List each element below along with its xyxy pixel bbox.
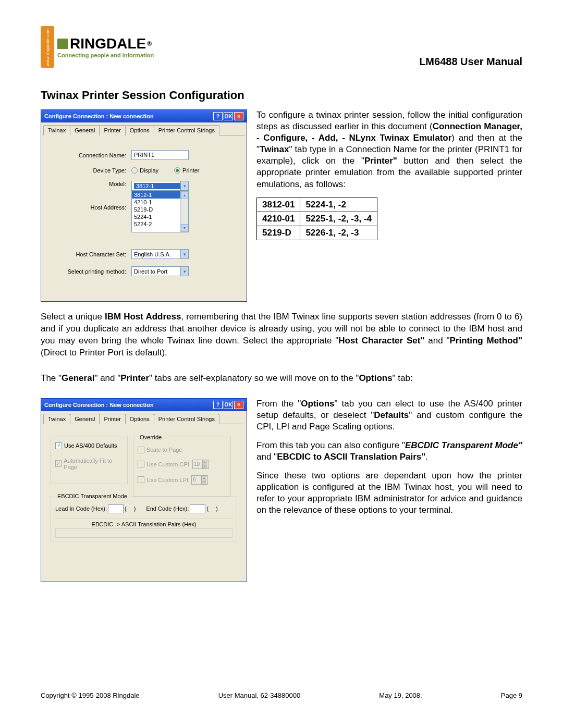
dialog-twinax: Configure Connection : New connection ? …	[41, 109, 247, 302]
print-method-select[interactable]: Direct to Port▾	[131, 266, 189, 276]
translation-pairs-area[interactable]	[55, 528, 232, 538]
tab-strip: Twinax General Printer Options Printer C…	[43, 413, 244, 424]
ok-button[interactable]: OK	[224, 112, 233, 120]
checkbox-autofit[interactable]: ✓Automatically Fit to Page	[55, 458, 123, 470]
help-button[interactable]: ?	[213, 112, 223, 120]
end-code-label: End Code (Hex):	[146, 505, 189, 512]
connection-name-label: Connection Name:	[51, 152, 131, 158]
radio-display[interactable]: Display	[131, 167, 158, 174]
logo-square-icon	[57, 39, 68, 49]
footer-page: Page 9	[501, 692, 522, 699]
ebcdic-group: EBCDIC Transparent Mode Lead In Code (He…	[51, 497, 237, 541]
orange-side-tab: www.ringdale.com	[41, 26, 54, 68]
end-code-input[interactable]	[190, 504, 205, 513]
tab-options[interactable]: Options	[125, 414, 154, 424]
close-button[interactable]: ×	[234, 401, 243, 409]
model-select[interactable]: 3812-1 ▾	[131, 181, 189, 191]
footer-copyright: Copyright © 1995-2008 Ringdale	[41, 692, 140, 699]
dialog-options: Configure Connection : New connection ? …	[41, 398, 247, 582]
section-heading: Twinax Printer Session Configuration	[41, 89, 522, 102]
host-charset-select[interactable]: English U.S.A.▾	[131, 249, 189, 259]
tab-general[interactable]: General	[70, 414, 100, 424]
lead-in-input[interactable]	[108, 504, 124, 513]
connection-name-input[interactable]: PRINT1	[131, 150, 189, 160]
list-item[interactable]: 5219-D	[132, 206, 188, 213]
dialog-title: Configure Connection : New connection	[44, 113, 212, 119]
override-label: Override	[138, 434, 164, 440]
model-listbox[interactable]: 3812-1 4210-1 5219-D 5224-1 5224-2 ▴ ▾	[131, 191, 189, 232]
dialog-title: Configure Connection : New connection	[44, 402, 212, 408]
cpi-spinner[interactable]: 10▴▾	[192, 460, 209, 469]
host-address-label: Host Address:	[51, 204, 131, 211]
titlebar: Configure Connection : New connection ? …	[41, 110, 247, 122]
document-title: LM6488 User Manual	[419, 56, 522, 68]
tab-printer[interactable]: Printer	[99, 125, 125, 135]
tab-twinax[interactable]: Twinax	[43, 125, 70, 135]
tab-options[interactable]: Options	[125, 125, 154, 135]
tab-pcs[interactable]: Printer Control Strings	[154, 125, 219, 135]
footer-manual: User Manual, 62-34880000	[218, 692, 301, 699]
radio-printer[interactable]: Printer	[174, 167, 199, 174]
ebcdic-group-label: EBCDIC Transparent Mode	[55, 493, 129, 499]
scroll-down-icon[interactable]: ▾	[181, 224, 188, 232]
list-item[interactable]: 3812-1	[132, 191, 188, 199]
help-button[interactable]: ?	[213, 401, 223, 409]
defaults-group: ✓Use AS/400 Defaults ✓Automatically Fit …	[51, 437, 128, 484]
checkbox-scale[interactable]: Scale to Page	[138, 447, 226, 453]
chevron-down-icon: ▾	[180, 181, 188, 190]
list-item[interactable]: 5224-2	[132, 220, 188, 228]
list-item[interactable]: 5224-1	[132, 213, 188, 220]
logo-tagline: Connecting people and information	[57, 52, 154, 58]
lead-in-label: Lead In Code (Hex):	[55, 505, 107, 512]
host-charset-label: Host Character Set:	[51, 251, 131, 257]
translation-pairs-label: EBCDIC -> ASCII Translation Pairs (Hex)	[55, 519, 232, 527]
options-text: From the "Options" tab you can elect to …	[256, 398, 522, 524]
page-header: www.ringdale.com RINGDALE® Connecting pe…	[41, 26, 522, 68]
orange-tab-text: www.ringdale.com	[45, 28, 50, 66]
checkbox-cpi[interactable]: Use Custom CPI 10▴▾	[138, 460, 226, 469]
logo-main: RINGDALE®	[57, 35, 154, 52]
chevron-down-icon: ▾	[180, 267, 188, 276]
checkbox-as400[interactable]: ✓Use AS/400 Defaults	[55, 442, 123, 449]
lpi-spinner[interactable]: 6▴▾	[191, 475, 208, 485]
device-type-label: Device Type:	[51, 167, 131, 174]
general-printer-paragraph: The "General" and "Printer" tabs are sel…	[41, 373, 522, 385]
scroll-up-icon[interactable]: ▴	[181, 191, 188, 199]
tab-twinax[interactable]: Twinax	[43, 414, 70, 424]
list-item[interactable]: 4210-1	[132, 199, 188, 206]
tab-strip: Twinax General Printer Options Printer C…	[43, 125, 244, 135]
scrollbar[interactable]: ▴ ▾	[180, 191, 188, 232]
print-method-label: Select printing method:	[51, 268, 131, 275]
footer-date: May 19, 2008.	[379, 692, 422, 699]
tab-general[interactable]: General	[70, 125, 100, 135]
host-address-paragraph: Select a unique IBM Host Address, rememb…	[41, 311, 522, 359]
tab-printer[interactable]: Printer	[99, 414, 125, 424]
override-group: Override Scale to Page Use Custom CPI 10…	[133, 437, 231, 497]
tab-pcs[interactable]: Printer Control Strings	[154, 414, 219, 424]
page-footer: Copyright © 1995-2008 Ringdale User Manu…	[41, 692, 522, 699]
titlebar: Configure Connection : New connection ? …	[41, 399, 247, 411]
intro-text: To configure a twinax printer session, f…	[256, 109, 522, 240]
chevron-down-icon: ▾	[180, 250, 188, 258]
emulation-table: 3812-015224-1, -2 4210-015225-1, -2, -3,…	[256, 198, 377, 240]
ok-button[interactable]: OK	[224, 401, 233, 409]
model-label: Model:	[51, 181, 131, 187]
logo-block: www.ringdale.com RINGDALE® Connecting pe…	[41, 26, 154, 68]
close-button[interactable]: ×	[234, 112, 243, 120]
checkbox-lpi[interactable]: Use Custom LPI 6▴▾	[138, 475, 226, 485]
